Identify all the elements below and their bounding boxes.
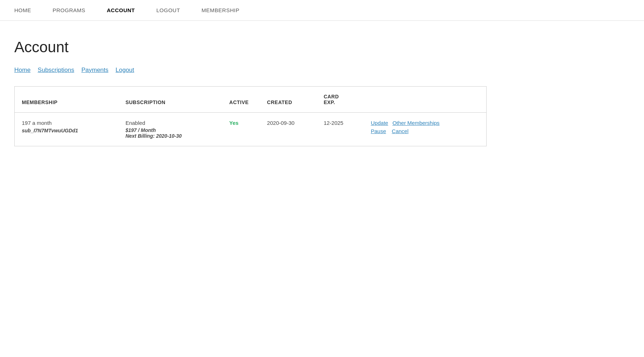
- membership-name: 197 a month: [22, 120, 111, 126]
- col-header-card: CARDEXP.: [317, 87, 364, 113]
- col-header-subscription: SUBSCRIPTION: [118, 87, 222, 113]
- table-row: 197 a month sub_I7N7MTvwuUGDd1 Enabled $…: [15, 113, 487, 146]
- nav-home[interactable]: HOME: [14, 7, 31, 13]
- action-pause[interactable]: Pause: [371, 128, 386, 134]
- nav-account[interactable]: ACCOUNT: [107, 7, 135, 13]
- subnav-subscriptions[interactable]: Subscriptions: [38, 67, 74, 74]
- cell-actions: Update Other Memberships Pause Cancel: [364, 113, 487, 146]
- created-date: 2020-09-30: [267, 120, 294, 126]
- membership-id: sub_I7N7MTvwuUGDd1: [22, 128, 111, 133]
- action-links: Update Other Memberships Pause Cancel: [371, 120, 479, 134]
- subnav-home[interactable]: Home: [14, 67, 30, 74]
- subscription-status: Enabled: [126, 120, 215, 126]
- next-billing: Next Billing: 2020-10-30: [126, 133, 215, 139]
- subnav-logout[interactable]: Logout: [116, 67, 134, 74]
- cell-active: Yes: [222, 113, 260, 146]
- col-header-active: ACTIVE: [222, 87, 260, 113]
- active-status: Yes: [229, 120, 239, 126]
- account-subnav: Home Subscriptions Payments Logout: [14, 67, 487, 74]
- col-header-created: CREATED: [260, 87, 316, 113]
- col-header-membership: MEMBERSHIP: [15, 87, 118, 113]
- action-links-row2: Pause Cancel: [371, 128, 479, 134]
- col-header-actions: [364, 87, 487, 113]
- cell-subscription: Enabled $197 / Month Next Billing: 2020-…: [118, 113, 222, 146]
- subnav-payments[interactable]: Payments: [81, 67, 108, 74]
- cell-card-exp: 12-2025: [317, 113, 364, 146]
- subscriptions-table: MEMBERSHIP SUBSCRIPTION ACTIVE CREATED C…: [14, 86, 487, 146]
- cell-created: 2020-09-30: [260, 113, 316, 146]
- action-cancel[interactable]: Cancel: [392, 128, 409, 134]
- card-expiry: 12-2025: [324, 120, 343, 126]
- nav-programs[interactable]: PROGRAMS: [53, 7, 86, 13]
- main-content: Account Home Subscriptions Payments Logo…: [0, 21, 501, 164]
- subscription-price: $197 / Month: [126, 127, 215, 133]
- action-links-row1: Update Other Memberships: [371, 120, 479, 126]
- page-title: Account: [14, 39, 487, 56]
- nav-membership[interactable]: MEMBERSHIP: [201, 7, 239, 13]
- cell-membership: 197 a month sub_I7N7MTvwuUGDd1: [15, 113, 118, 146]
- action-other-memberships[interactable]: Other Memberships: [392, 120, 440, 126]
- top-navigation: HOME PROGRAMS ACCOUNT LOGOUT MEMBERSHIP: [0, 0, 644, 21]
- nav-logout[interactable]: LOGOUT: [156, 7, 180, 13]
- action-update[interactable]: Update: [371, 120, 388, 126]
